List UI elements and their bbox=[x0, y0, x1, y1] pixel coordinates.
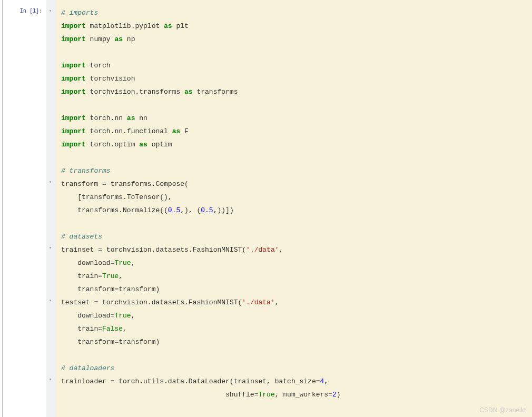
fold-marker-icon[interactable]: ▾ bbox=[49, 180, 52, 184]
code-line[interactable]: import numpy as np bbox=[61, 33, 527, 46]
fold-marker-icon[interactable]: ▾ bbox=[49, 377, 52, 382]
code-line[interactable] bbox=[61, 151, 527, 164]
code-line[interactable]: train=False, bbox=[61, 322, 527, 335]
code-editor[interactable]: # importsimport matplotlib.pyplot as plt… bbox=[56, 0, 532, 417]
code-line[interactable]: import torch bbox=[61, 59, 527, 72]
code-line[interactable]: transform = transforms.Compose( bbox=[61, 177, 527, 191]
code-line[interactable]: testset = torchvision.datasets.FashionMN… bbox=[61, 296, 527, 309]
code-line[interactable]: download=True, bbox=[61, 256, 527, 270]
prompt-area: In [1]: bbox=[3, 0, 46, 417]
code-line[interactable]: train=True, bbox=[61, 270, 527, 283]
code-line[interactable]: transforms.Normalize((0.5,), (0.5,))]) bbox=[61, 204, 527, 217]
fold-marker-icon[interactable]: ▾ bbox=[49, 8, 52, 13]
code-line[interactable]: trainset = torchvision.datasets.FashionM… bbox=[61, 243, 527, 256]
code-line[interactable]: import torchvision bbox=[61, 72, 527, 85]
code-line[interactable]: import torch.optim as optim bbox=[61, 138, 527, 151]
code-line[interactable]: # transforms bbox=[61, 164, 527, 177]
code-line[interactable]: trainloader = torch.utils.data.DataLoade… bbox=[61, 375, 527, 388]
fold-marker-icon[interactable]: ▾ bbox=[49, 245, 52, 250]
input-prompt: In [1]: bbox=[20, 8, 42, 14]
code-line[interactable]: # imports bbox=[61, 6, 527, 19]
code-line[interactable]: import torchvision.transforms as transfo… bbox=[61, 85, 527, 98]
fold-gutter: ▾▾▾▾▾ bbox=[46, 0, 56, 417]
code-line[interactable] bbox=[61, 217, 527, 230]
code-line[interactable]: # datasets bbox=[61, 230, 527, 243]
notebook-cell: In [1]: ▾▾▾▾▾ # importsimport matplotlib… bbox=[0, 0, 532, 417]
code-line[interactable]: shuffle=True, num_workers=2) bbox=[61, 388, 527, 401]
code-line[interactable]: import torch.nn as nn bbox=[61, 112, 527, 125]
fold-marker-icon[interactable]: ▾ bbox=[49, 298, 52, 303]
code-line[interactable] bbox=[61, 46, 527, 59]
code-line[interactable] bbox=[61, 98, 527, 112]
code-line[interactable] bbox=[61, 349, 527, 362]
watermark: CSDN @zaneild bbox=[479, 406, 526, 414]
code-line[interactable]: transform=transform) bbox=[61, 283, 527, 296]
code-line[interactable]: import matplotlib.pyplot as plt bbox=[61, 19, 527, 33]
code-line[interactable]: download=True, bbox=[61, 309, 527, 322]
code-line[interactable]: import torch.nn.functional as F bbox=[61, 125, 527, 138]
code-line[interactable]: transform=transform) bbox=[61, 335, 527, 349]
code-line[interactable]: [transforms.ToTensor(), bbox=[61, 191, 527, 204]
code-line[interactable]: # dataloaders bbox=[61, 362, 527, 375]
